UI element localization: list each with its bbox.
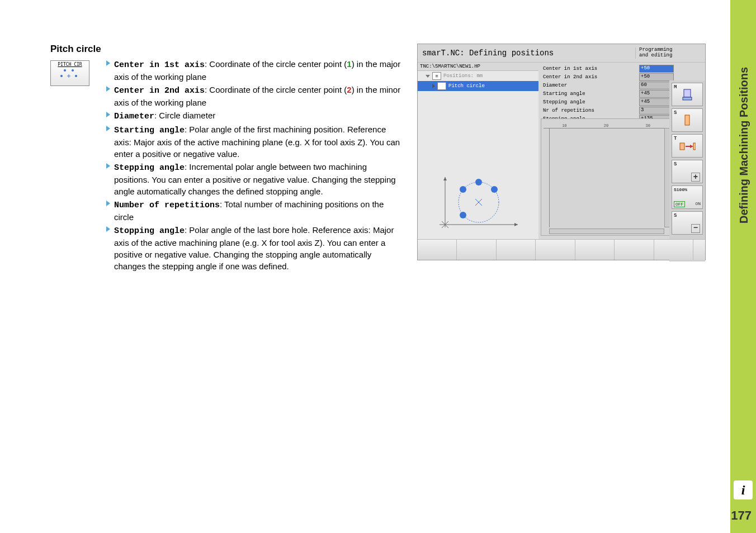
param-row: Stepping angle +45 [543,98,674,106]
button-label: S [674,161,677,167]
softkey-slot[interactable] [575,240,615,260]
param-starting-angle: Starting angle: Polar angle of the first… [106,123,403,160]
svg-marker-7 [514,223,518,226]
softkey-slot[interactable] [615,240,654,260]
page-number: 177 [731,508,752,523]
tree-item-parent[interactable]: ▦ Positions: mm [418,71,538,81]
param-row: Nr of repetitions 3 [543,107,674,115]
svg-point-17 [460,186,466,193]
param-row: Starting angle +45 [543,90,674,98]
svg-point-0 [64,69,66,72]
field-value[interactable]: +50 [639,73,674,81]
svg-point-15 [491,186,498,193]
cnc-right-toolbar: M S T S + S100% OFF ON [669,80,705,261]
field-label: Center in 1st axis [543,66,615,72]
field-value[interactable]: 3 [639,107,674,115]
minus-icon: − [691,224,700,233]
cnc-preview-graphic [420,169,537,236]
ruler-tick: 30 [645,123,650,128]
parameter-list: Center in 1st axis: Coordinate of the ci… [106,58,403,272]
param-center-2nd-axis: Center in 2nd axis: Coordinate of the ci… [106,84,403,108]
button-label: S [674,110,677,116]
svg-rect-22 [680,143,684,150]
cnc-mode-line: and editing [639,53,701,59]
pitch-circle-icon: ∷ [437,82,446,90]
svg-marker-24 [690,145,693,148]
field-value[interactable]: +50 [639,65,674,73]
cnc-title: smarT.NC: Defining positions [422,49,635,58]
tool-t-icon [679,141,696,151]
svg-point-2 [60,75,63,77]
param-term: Center in 2nd axis [114,86,205,96]
softkey-slot[interactable] [418,240,457,260]
param-term: Center in 1st axis [114,60,205,70]
param-center-1st-axis: Center in 1st axis: Coordinate of the ci… [106,58,403,83]
param-text: : Circle diameter [154,111,215,120]
svg-rect-19 [684,89,691,97]
bullet-arrow-icon [106,201,110,206]
svg-rect-21 [685,115,689,125]
tool-button-s100[interactable]: S100% OFF ON [672,185,703,209]
svg-rect-20 [683,97,692,100]
param-text: : Coordinate of the circle center point … [205,59,347,69]
tool-button-t[interactable]: T [672,134,703,158]
svg-point-18 [460,212,466,218]
field-label: Stepping angle [543,99,615,105]
param-term: Diameter [114,112,154,121]
ref-number: 2 [347,85,351,94]
tool-button-s[interactable]: S [672,108,703,132]
bullet-arrow-icon [106,226,110,232]
cnc-param-panel: Center in 1st axis +50 Center in 2nd axi… [541,63,676,126]
field-label: Starting angle [543,91,615,97]
field-value[interactable]: +45 [639,90,674,98]
param-row: Center in 1st axis +50 [543,65,674,73]
svg-point-5 [75,75,77,77]
page-heading: Pitch circle [50,44,397,55]
tool-button-m[interactable]: M [672,83,703,106]
tree-item-pitch-circle[interactable]: ∷ Pitch circle [418,81,538,91]
tree-label: Positions: mm [443,73,483,79]
button-label: S [674,213,677,218]
bullet-arrow-icon [106,126,110,131]
field-value[interactable]: +45 [639,98,674,106]
field-label: Nr of repetitions [543,108,615,113]
field-value[interactable]: 60 [639,82,674,89]
param-term: Number of repetitions [114,201,220,210]
pitch-circle-dots-icon [51,68,89,81]
svg-point-16 [475,179,482,185]
param-text: : Coordinate of the circle center point … [205,85,347,94]
field-label: Diameter [543,83,615,88]
tool-button-s-minus[interactable]: S − [672,211,703,235]
ruler-horizontal: 10 20 30 [544,121,669,129]
tree-label: Pitch circle [448,83,485,89]
plus-icon: + [691,173,700,182]
softkey-slot[interactable] [693,240,705,260]
cnc-mode-label: Programming and editing [635,47,701,59]
softkey-slot[interactable] [536,240,575,260]
cnc-softkey-bar [418,239,705,260]
disclosure-right-icon [432,84,435,88]
softkey-slot[interactable] [497,240,536,260]
tool-button-s-plus[interactable]: S + [672,160,703,183]
cnc-tree-panel: TNC:\SMARTNC\NEW1.HP ▦ Positions: mm ∷ P… [418,63,538,239]
param-row: Diameter 60 [543,82,674,89]
info-icon: i [734,480,753,499]
scrollbar-horizontal[interactable] [549,229,664,234]
ruler-tick: 10 [562,123,566,128]
section-title: Defining Machining Positions [738,67,750,223]
svg-point-1 [72,69,74,72]
param-diameter: Diameter: Circle diameter [106,110,403,122]
svg-marker-9 [443,177,447,180]
off-label: OFF [674,201,685,207]
param-term: Starting angle [114,126,185,135]
right-rail: Defining Machining Positions [730,0,756,533]
softkey-slot[interactable] [654,240,693,260]
ruler-tick: 20 [604,123,608,128]
param-term: Stopping angle [114,226,185,236]
bullet-arrow-icon [106,60,110,66]
param-stopping-angle: Stopping angle: Polar angle of the last … [106,224,403,272]
softkey-slot[interactable] [457,240,496,260]
param-number-of-repetitions: Number of repetitions: Total number of m… [106,198,403,223]
button-label: T [674,136,677,141]
pitch-circle-softkey-icon: PITCH CIR [50,60,89,86]
